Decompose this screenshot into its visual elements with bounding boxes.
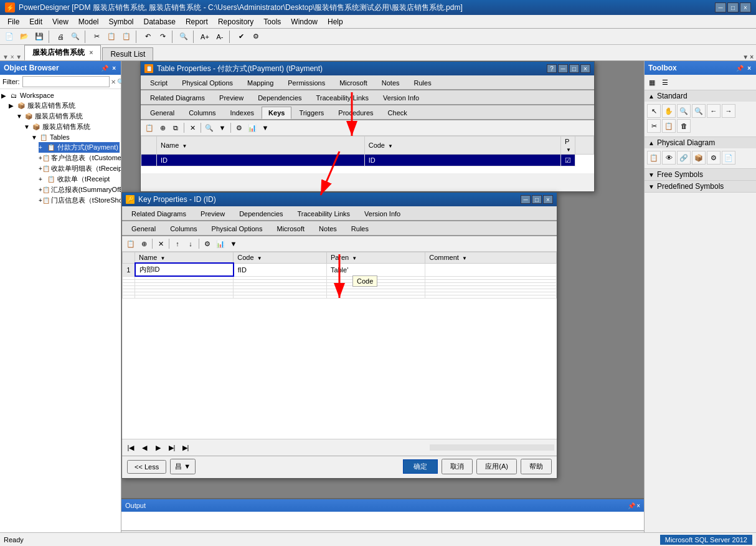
menu-database[interactable]: Database [139,16,181,27]
row-name-cell[interactable]: ID [157,155,365,166]
paste-button[interactable]: 📋 [120,30,133,44]
key-cols-row1[interactable]: 1 内部ID fID Table' [123,263,557,276]
col-kcode[interactable]: Code ▼ [234,252,327,264]
check-button[interactable]: ✔ [234,30,248,44]
dtab-general[interactable]: General [143,107,181,119]
filter-clear-icon[interactable]: ✕ [111,79,116,85]
tree-workspace[interactable]: ▶ 🗂 Workspace [1,90,120,100]
toolbox-pin[interactable]: 📌 [735,65,745,72]
tree-system3[interactable]: ▼ 📦 服装店销售系统 [24,122,120,132]
kptab-microsoft[interactable]: Microsoft [270,223,311,235]
menu-window[interactable]: Window [286,16,323,27]
col-kname[interactable]: Name ▼ [135,252,234,264]
kp-tb-delete[interactable]: ✕ [154,237,167,250]
tree-toggle-sys1[interactable]: ▶ [9,102,16,109]
tool-sp[interactable]: ⚙ [707,151,721,165]
nav-last2[interactable]: ▶| [179,441,192,454]
col-name[interactable]: Name ▼ [157,136,365,155]
row-code-cell[interactable]: ID [364,155,560,166]
tool-view[interactable]: 👁 [662,151,676,165]
tree-system1[interactable]: ▶ 📦 服装店销售系统 [9,100,120,111]
cut-button[interactable]: ✂ [90,30,103,44]
kptab-version-info[interactable]: Version Info [357,208,407,220]
col-comment[interactable]: Comment ▼ [425,252,557,264]
filter-input[interactable] [22,76,110,87]
dtab-check[interactable]: Check [381,107,414,119]
generate-button[interactable]: ⚙ [249,30,263,44]
table-row[interactable]: → ID ID ☑ [141,155,594,166]
toolbox-predefined-header[interactable]: ▼ Predefined Symbols [645,181,756,192]
kptab-preview[interactable]: Preview [194,208,232,220]
tb-props[interactable]: ⚙ [233,122,245,134]
tree-toggle-sys3[interactable]: ▼ [24,123,31,130]
kptab-rules[interactable]: Rules [344,223,376,235]
menu-model[interactable]: Model [73,16,104,27]
key-props-min-button[interactable]: ─ [521,195,531,204]
menu-report[interactable]: Report [181,16,213,27]
restore-button[interactable]: □ [727,2,739,12]
tb-duplicate-row[interactable]: ⧉ [169,122,182,134]
find-button[interactable]: 🔍 [177,30,191,44]
menu-tools[interactable]: Tools [258,16,286,27]
tool-scissors[interactable]: ✂ [647,119,661,133]
tree-table-t4[interactable]: + 📋 收款单（tReceipt [39,174,120,184]
toolbox-standard-header[interactable]: ▲ Standard [645,90,756,102]
tool-table[interactable]: 📋 [647,151,661,165]
ob-close-button[interactable]: × [111,65,117,72]
tb-delete-row[interactable]: ✕ [186,122,199,134]
dtab-rules[interactable]: Rules [407,77,438,89]
zoom-in-button[interactable]: A+ [198,30,212,44]
kptab-traceability[interactable]: Traceability Links [291,208,357,220]
dtab-keys[interactable]: Keys [262,107,291,119]
output-pin[interactable]: 📌 [628,502,635,509]
window-controls[interactable]: ─ □ × [715,2,751,12]
nav-last[interactable]: ▶| [166,441,178,454]
confirm-button[interactable]: 确定 [403,459,438,474]
tab-close2-button[interactable]: × [750,54,754,60]
tool-pkg[interactable]: 📦 [692,151,706,165]
key-props-close-button[interactable]: × [543,195,553,204]
bottom-scrollbar[interactable] [430,444,554,451]
kp-tb-more[interactable]: ▼ [227,237,240,250]
tree-table-t1[interactable]: + 📋 付款方式(tPayment) [39,142,120,153]
export-button[interactable]: 昌 ▼ [170,459,196,474]
print-button[interactable]: 🖨 [54,30,67,44]
tool-zoom-out[interactable]: 🔍 [692,104,706,118]
tb-excel[interactable]: 📊 [246,122,258,134]
key-props-max-button[interactable]: □ [532,195,542,204]
nav-prev[interactable]: ◀ [138,441,151,454]
toolbox-grid-view[interactable]: ▦ [646,76,658,89]
dtab-dependencies[interactable]: Dependencies [251,92,308,104]
dtab-preview[interactable]: Preview [212,92,250,104]
tree-table-t5[interactable]: + 📋 汇总报表(tSummaryOfBr [39,184,120,195]
open-button[interactable]: 📂 [17,30,31,44]
col-code[interactable]: Code ▼ [364,136,560,155]
row-kcode-cell[interactable]: fID [234,263,327,276]
doc-tab-resultlist[interactable]: Result List [102,47,153,60]
row-kname-cell[interactable]: 内部ID [135,263,234,276]
tab-pin-button[interactable]: ▼ [742,54,749,60]
ob-pin-button[interactable]: 📌 [100,65,110,72]
kptab-columns[interactable]: Columns [163,223,204,235]
cancel-button[interactable]: 取消 [442,459,473,474]
tool-copy[interactable]: 📋 [662,119,676,133]
less-button[interactable]: << Less [127,460,166,474]
kptab-related-diagrams[interactable]: Related Diagrams [125,208,193,220]
apply-button[interactable]: 应用(A) [476,459,517,474]
menu-file[interactable]: File [2,16,24,27]
tb-insert-row[interactable]: ⊕ [156,122,169,134]
tree-tables[interactable]: ▼ 📋 Tables [31,132,120,142]
undo-button[interactable]: ↶ [141,30,154,44]
dtab-version-info[interactable]: Version Info [376,92,426,104]
nav-next[interactable]: ▶ [152,441,164,454]
nav-first[interactable]: |◀ [125,441,137,454]
minimize-button[interactable]: ─ [715,2,726,12]
kptab-notes[interactable]: Notes [312,223,344,235]
kptab-physical-options[interactable]: Physical Options [205,223,270,235]
dtab-script[interactable]: Script [143,77,174,89]
kptab-dependencies[interactable]: Dependencies [232,208,290,220]
new-button[interactable]: 📄 [2,30,16,44]
menu-edit[interactable]: Edit [24,16,47,27]
tb-new-row[interactable]: 📋 [143,122,156,134]
dtab-microsoft[interactable]: Microsoft [333,77,374,89]
